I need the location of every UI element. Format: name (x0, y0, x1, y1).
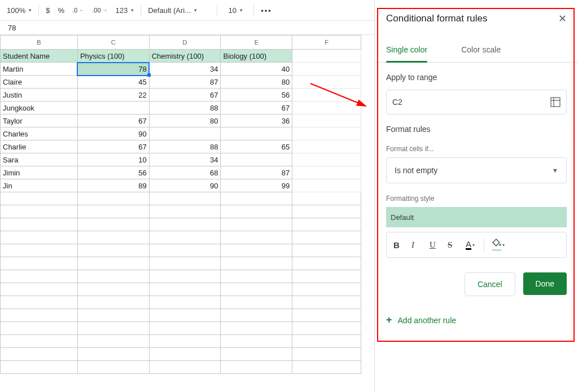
empty-cell[interactable] (1, 322, 78, 335)
header-cell[interactable]: Chemistry (100) (149, 50, 221, 63)
empty-cell[interactable] (149, 244, 221, 257)
column-header[interactable]: E (221, 36, 292, 50)
cell[interactable]: Sara (1, 153, 78, 166)
empty-cell[interactable] (149, 335, 221, 348)
cell[interactable] (77, 102, 149, 114)
percent-button[interactable]: % (54, 3, 68, 17)
empty-cell[interactable] (77, 231, 149, 244)
font-family-dropdown[interactable]: Default (Ari... (144, 3, 213, 17)
cell[interactable]: Taylor (1, 114, 78, 127)
cell[interactable]: 68 (149, 166, 221, 179)
cell[interactable]: Jimin (1, 166, 78, 179)
cell[interactable]: Jungkook (1, 102, 78, 114)
cell[interactable]: 56 (221, 89, 292, 102)
empty-cell[interactable] (77, 335, 149, 348)
cell[interactable]: 87 (221, 166, 292, 179)
empty-cell[interactable] (77, 361, 149, 374)
empty-cell[interactable] (77, 322, 149, 335)
empty-cell[interactable] (1, 205, 78, 218)
empty-cell[interactable] (149, 192, 221, 205)
empty-cell[interactable] (149, 322, 221, 335)
font-size-dropdown[interactable]: 10 (221, 3, 250, 17)
empty-cell[interactable] (292, 140, 361, 153)
empty-cell[interactable] (149, 296, 221, 309)
empty-cell[interactable] (77, 218, 149, 231)
empty-cell[interactable] (221, 283, 292, 296)
empty-cell[interactable] (292, 270, 361, 283)
cell[interactable]: 10 (77, 153, 149, 166)
currency-button[interactable]: $ (42, 3, 53, 17)
cell[interactable]: 80 (221, 76, 292, 89)
column-header[interactable]: C (77, 36, 149, 50)
empty-cell[interactable] (221, 270, 292, 283)
cell[interactable]: 34 (149, 153, 221, 166)
empty-cell[interactable] (292, 50, 361, 63)
empty-cell[interactable] (292, 231, 361, 244)
decrease-decimal-button[interactable]: .0← (69, 3, 87, 17)
empty-cell[interactable] (77, 270, 149, 283)
empty-cell[interactable] (292, 218, 361, 231)
cell[interactable]: 99 (221, 179, 292, 192)
cell[interactable]: Claire (1, 76, 78, 89)
increase-decimal-button[interactable]: .00→ (89, 3, 111, 17)
cell[interactable]: 34 (149, 63, 221, 76)
empty-cell[interactable] (149, 218, 221, 231)
empty-cell[interactable] (149, 231, 221, 244)
empty-cell[interactable] (221, 309, 292, 322)
empty-cell[interactable] (292, 114, 361, 127)
empty-cell[interactable] (1, 192, 78, 205)
empty-cell[interactable] (221, 257, 292, 270)
fill-color-button[interactable]: ▾ (492, 239, 505, 251)
empty-cell[interactable] (292, 166, 361, 179)
column-header[interactable]: F (292, 36, 361, 50)
empty-cell[interactable] (149, 270, 221, 283)
cancel-button[interactable]: Cancel (465, 272, 515, 296)
empty-cell[interactable] (77, 296, 149, 309)
empty-cell[interactable] (1, 257, 78, 270)
empty-cell[interactable] (1, 244, 78, 257)
empty-cell[interactable] (149, 361, 221, 374)
empty-cell[interactable] (1, 270, 78, 283)
underline-button[interactable]: U (430, 240, 440, 250)
cell[interactable]: Charles (1, 127, 78, 140)
empty-cell[interactable] (1, 309, 78, 322)
select-range-icon[interactable] (550, 97, 561, 107)
empty-cell[interactable] (77, 205, 149, 218)
range-input[interactable]: C2 (386, 90, 567, 114)
cell[interactable] (221, 153, 292, 166)
empty-cell[interactable] (292, 257, 361, 270)
empty-cell[interactable] (292, 179, 361, 192)
cell[interactable]: 22 (77, 89, 149, 102)
empty-cell[interactable] (149, 205, 221, 218)
empty-cell[interactable] (292, 309, 361, 322)
empty-cell[interactable] (77, 309, 149, 322)
cell[interactable]: 90 (77, 127, 149, 140)
empty-cell[interactable] (77, 257, 149, 270)
empty-cell[interactable] (221, 361, 292, 374)
empty-cell[interactable] (1, 283, 78, 296)
empty-cell[interactable] (292, 76, 361, 89)
column-header[interactable]: D (149, 36, 221, 50)
empty-cell[interactable] (292, 283, 361, 296)
empty-cell[interactable] (1, 296, 78, 309)
empty-cell[interactable] (292, 322, 361, 335)
empty-cell[interactable] (77, 192, 149, 205)
cell[interactable]: 40 (221, 63, 292, 76)
empty-cell[interactable] (292, 244, 361, 257)
header-cell[interactable]: Physics (100) (77, 50, 149, 63)
done-button[interactable]: Done (523, 272, 567, 295)
cell[interactable]: 80 (149, 114, 221, 127)
strikethrough-button[interactable]: S (448, 240, 458, 250)
empty-cell[interactable] (292, 335, 361, 348)
tab-single-color[interactable]: Single color (386, 39, 427, 62)
text-color-button[interactable]: A▾ (466, 240, 476, 250)
empty-cell[interactable] (149, 257, 221, 270)
empty-cell[interactable] (221, 244, 292, 257)
bold-button[interactable]: B (393, 240, 404, 250)
condition-dropdown[interactable]: Is not empty ▼ (386, 157, 567, 183)
empty-cell[interactable] (292, 205, 361, 218)
cell[interactable]: Charlie (1, 140, 78, 153)
cell[interactable]: 65 (221, 140, 292, 153)
cell[interactable] (149, 127, 221, 140)
empty-cell[interactable] (77, 283, 149, 296)
